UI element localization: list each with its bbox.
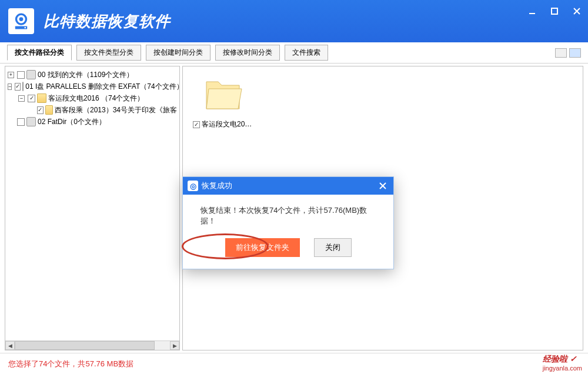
horizontal-scrollbar[interactable]: ◀ ▶ — [5, 340, 179, 350]
app-logo — [8, 8, 34, 34]
dialog-close-button[interactable] — [377, 180, 389, 192]
view-grid-icon[interactable] — [569, 48, 581, 58]
folder-icon — [37, 94, 46, 103]
file-tree: + 00 找到的文件（1109个文件） − 01 I盘 PARALLELS 删除… — [5, 66, 179, 130]
tree-label: 西客段乘（2013）34号关于印发《旅客 — [55, 105, 177, 115]
tree-label: 01 I盘 PARALLELS 删除文件 EXFAT（74个文件） — [25, 81, 180, 92]
tab-by-type[interactable]: 按文件类型分类 — [76, 45, 141, 61]
svg-point-1 — [19, 17, 24, 21]
watermark-main: 经验啦 ✓ — [543, 354, 577, 363]
checkbox[interactable] — [28, 95, 35, 102]
minimize-button[interactable] — [526, 5, 539, 18]
collapse-icon[interactable]: − — [8, 84, 12, 90]
checkbox[interactable] — [17, 71, 25, 79]
watermark: 经验啦 ✓ jingyanla.com — [543, 354, 582, 372]
go-to-folder-button[interactable]: 前往恢复文件夹 — [225, 238, 300, 257]
svg-point-3 — [25, 27, 26, 29]
dialog-icon: ◎ — [188, 181, 198, 191]
tree-node-folder[interactable]: − 客运段文电2016 （74个文件） — [18, 92, 177, 104]
tree-label: 02 FatDir（0个文件） — [38, 116, 106, 127]
drive-icon — [26, 70, 36, 79]
tab-search[interactable]: 文件搜索 — [285, 45, 328, 61]
tab-by-modified[interactable]: 按修改时间分类 — [215, 45, 280, 61]
spacer — [29, 107, 34, 113]
tab-by-created[interactable]: 按创建时间分类 — [146, 45, 211, 61]
tree-label: 客运段文电2016 （74个文件） — [48, 93, 144, 103]
checkbox[interactable] — [37, 106, 44, 114]
scroll-left-icon[interactable]: ◀ — [5, 341, 15, 350]
svg-rect-5 — [552, 8, 557, 14]
file-item[interactable]: 客运段文电2016... — [191, 75, 256, 129]
dialog-body: 恢复结束！本次恢复74个文件，共计57.76(MB)数据！ 前往恢复文件夹 关闭 — [183, 195, 393, 269]
close-button[interactable] — [570, 5, 583, 18]
dialog-titlebar: ◎ 恢复成功 — [183, 177, 393, 195]
recovery-success-dialog: ◎ 恢复成功 恢复结束！本次恢复74个文件，共计57.76(MB)数据！ 前往恢… — [182, 176, 394, 269]
checkbox[interactable] — [15, 83, 21, 91]
app-title: 比特数据恢复软件 — [44, 11, 171, 32]
status-bar: 您选择了74个文件，共57.76 MB数据 — [0, 353, 588, 374]
drive-icon — [22, 82, 24, 91]
expand-icon[interactable]: + — [8, 72, 14, 78]
scroll-thumb[interactable] — [15, 341, 155, 350]
checkbox[interactable] — [193, 121, 200, 128]
scroll-right-icon[interactable]: ▶ — [170, 341, 179, 350]
dialog-title-text: 恢复成功 — [202, 181, 232, 191]
tree-node-found[interactable]: + 00 找到的文件（1109个文件） — [8, 69, 177, 81]
maximize-button[interactable] — [548, 5, 561, 18]
collapse-icon[interactable]: − — [18, 95, 25, 102]
status-text: 您选择了74个文件，共57.76 MB数据 — [8, 359, 133, 369]
tree-node-fatdir[interactable]: 02 FatDir（0个文件） — [8, 116, 177, 128]
folder-icon — [45, 105, 53, 115]
close-dialog-button[interactable]: 关闭 — [314, 238, 352, 257]
tab-row: 按文件路径分类 按文件类型分类 按创建时间分类 按修改时间分类 文件搜索 — [0, 42, 588, 64]
view-list-icon[interactable] — [555, 48, 567, 58]
spacer — [8, 119, 14, 125]
title-bar: 比特数据恢复软件 — [0, 0, 588, 42]
tree-panel[interactable]: + 00 找到的文件（1109个文件） − 01 I盘 PARALLELS 删除… — [5, 66, 180, 350]
watermark-sub: jingyanla.com — [543, 365, 582, 372]
checkbox[interactable] — [17, 118, 25, 126]
tab-by-path[interactable]: 按文件路径分类 — [7, 45, 72, 61]
tree-node-i-drive[interactable]: − 01 I盘 PARALLELS 删除文件 EXFAT（74个文件） — [8, 81, 177, 92]
tree-label: 00 找到的文件（1109个文件） — [38, 69, 133, 80]
folder-thumbnail — [200, 75, 247, 116]
dialog-message: 恢复结束！本次恢复74个文件，共计57.76(MB)数据！ — [195, 205, 382, 226]
tree-node-subfolder[interactable]: 西客段乘（2013）34号关于印发《旅客 — [29, 104, 177, 116]
file-name: 客运段文电2016... — [202, 119, 256, 129]
drive-icon — [26, 117, 36, 126]
view-toggle-group — [555, 48, 581, 58]
